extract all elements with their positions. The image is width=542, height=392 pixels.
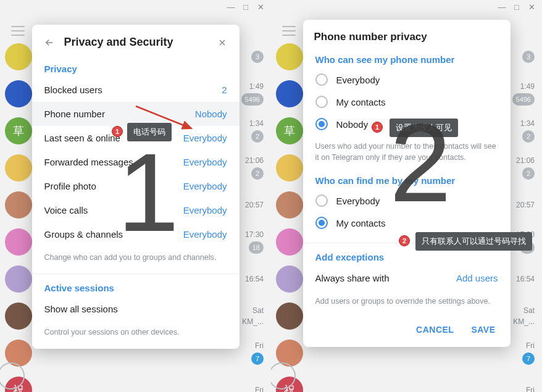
section-who-see: Who can see my phone number (303, 47, 511, 69)
label-forwarded: Forwarded messages (44, 157, 183, 167)
annotation-tooltip-2: 只有联系人可以通过号码寻找 (415, 232, 532, 251)
row-blocked-users[interactable]: Blocked users 2 (32, 78, 240, 102)
radio-see-everybody[interactable]: Everybody (303, 69, 511, 91)
radio-label: Everybody (336, 75, 380, 85)
annotation-tooltip-1: 设置为没人可见 (390, 119, 458, 137)
radio-label: Nobody (336, 119, 369, 130)
radio-label: My contacts (336, 97, 386, 107)
window-maximize[interactable]: □ (241, 2, 250, 12)
radio-label: My contacts (336, 218, 386, 228)
row-forwarded[interactable]: Forwarded messages Everybody (32, 150, 240, 174)
radio-see-contacts[interactable]: My contacts (303, 91, 511, 113)
radio-find-everybody[interactable]: Everybody (303, 190, 511, 212)
row-always-share[interactable]: Always share with Add users (303, 266, 511, 290)
label-showall: Show all sessions (44, 304, 227, 314)
window-minimize[interactable]: — (498, 2, 506, 12)
value-voicecalls: Everybody (183, 205, 227, 215)
section-privacy: Privacy (32, 56, 240, 78)
label-blocked: Blocked users (44, 85, 222, 95)
annotation-pin-1: 1 (112, 126, 123, 137)
value-groups: Everybody (183, 229, 227, 240)
section-sessions: Active sessions (32, 275, 240, 297)
window-minimize[interactable]: — (227, 2, 235, 12)
window-controls-right: — □ ✕ (498, 2, 536, 12)
radio-icon-checked (315, 217, 328, 229)
radio-icon (315, 73, 328, 86)
value-phone: Nobody (195, 109, 227, 119)
screen-left: — □ ✕ 31:495496草1:34221:06220:5717:30181… (0, 0, 271, 392)
value-forwarded: Everybody (183, 157, 227, 167)
label-voicecalls: Voice calls (44, 205, 183, 215)
label-phone: Phone number (44, 109, 195, 119)
privacy-security-modal: Privacy and Security Privacy Blocked use… (32, 25, 240, 349)
window-controls-left: — □ ✕ (227, 2, 265, 12)
label-groups: Groups & channels (44, 229, 183, 240)
hint-exceptions: Add users or groups to override the sett… (303, 290, 511, 316)
phone-privacy-modal: Phone number privacy Who can see my phon… (303, 20, 511, 347)
label-profilephoto: Profile photo (44, 181, 183, 191)
link-add-users[interactable]: Add users (456, 273, 498, 283)
annotation-pin-2: 2 (399, 235, 410, 246)
window-close[interactable]: ✕ (256, 2, 265, 12)
row-profile-photo[interactable]: Profile photo Everybody (32, 174, 240, 198)
hint-who-see: Users who add your number to their conta… (303, 135, 511, 172)
value-lastseen: Everybody (183, 133, 227, 143)
annotation-tooltip-1: 电话号码 (127, 123, 172, 141)
close-icon[interactable] (216, 36, 228, 49)
screen-right: — □ ✕ 31:495496草1:34221:06220:5717:30181… (271, 0, 542, 392)
window-maximize[interactable]: □ (512, 2, 521, 12)
row-groups-channels[interactable]: Groups & channels Everybody (32, 222, 240, 246)
radio-label: Everybody (336, 196, 380, 206)
window-close[interactable]: ✕ (527, 2, 536, 12)
modal-title: Privacy and Security (64, 36, 207, 49)
value-blocked: 2 (222, 85, 227, 95)
radio-icon-checked (315, 118, 328, 130)
row-voice-calls[interactable]: Voice calls Everybody (32, 198, 240, 222)
row-show-sessions[interactable]: Show all sessions (32, 297, 240, 321)
hint-groups: Change who can add you to groups and cha… (32, 246, 240, 272)
back-arrow-icon[interactable] (43, 36, 56, 49)
radio-icon (315, 194, 328, 207)
value-profilephoto: Everybody (183, 181, 227, 191)
hint-sessions: Control your sessions on other devices. (32, 321, 240, 347)
annotation-pin-1: 1 (372, 122, 383, 133)
modal-title: Phone number privacy (314, 31, 499, 43)
label-always-share: Always share with (315, 273, 456, 283)
cancel-button[interactable]: CANCEL (416, 325, 454, 335)
save-button[interactable]: SAVE (471, 325, 495, 335)
section-who-find: Who can find me by my number (303, 172, 511, 190)
radio-icon (315, 96, 328, 108)
radio-find-contacts[interactable]: My contacts (303, 212, 511, 234)
